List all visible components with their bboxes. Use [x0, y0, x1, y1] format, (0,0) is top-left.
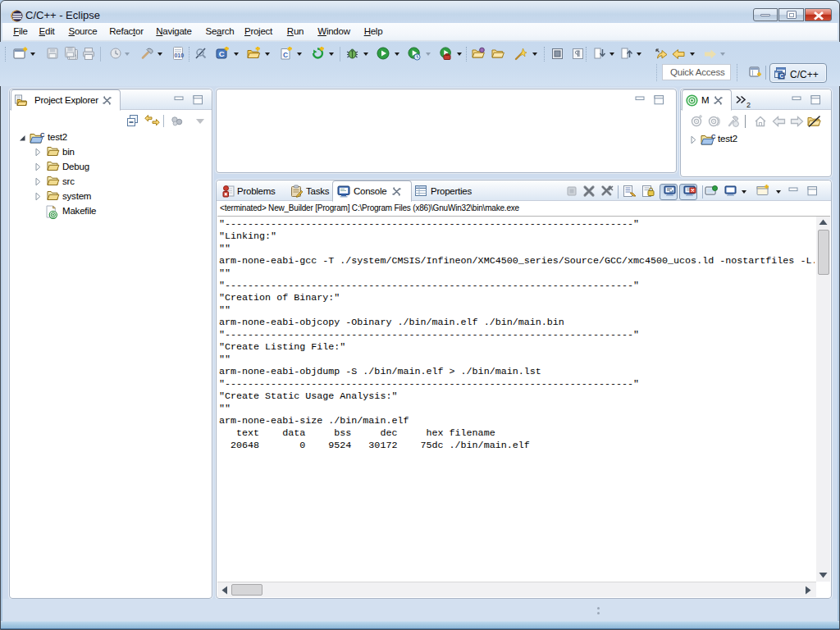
svg-text:2: 2	[746, 101, 751, 109]
svg-text:C: C	[711, 133, 716, 140]
svg-text:C: C	[283, 51, 288, 59]
svg-text:010: 010	[174, 52, 184, 58]
svg-text:C: C	[780, 73, 784, 79]
svg-text:C: C	[40, 131, 45, 139]
svg-text:C: C	[219, 49, 225, 58]
